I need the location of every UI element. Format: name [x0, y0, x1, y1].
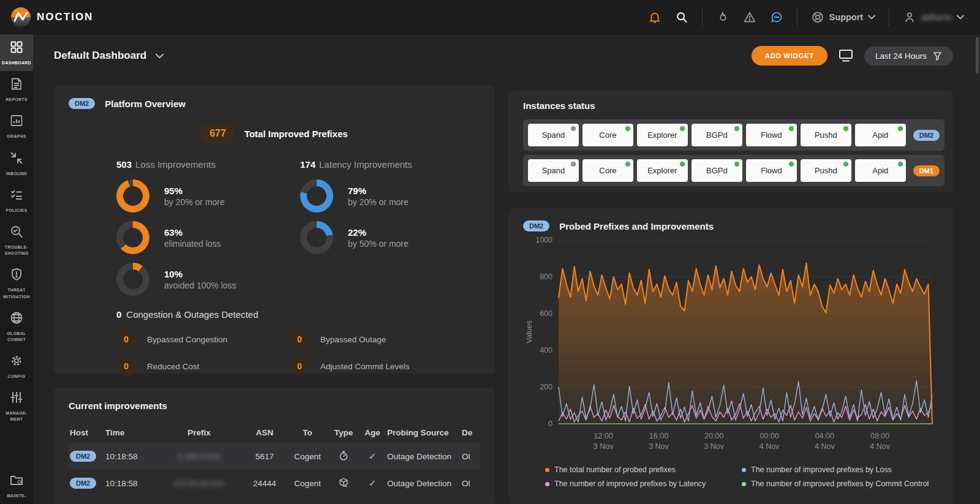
legend-item[interactable]: The number of improved prefixes by Loss	[742, 465, 938, 474]
service-tile-bgpd[interactable]: BGPd	[692, 159, 742, 182]
sidebar-item-mainte[interactable]: MAINTE-	[0, 467, 33, 504]
sidebar-item-label: MANAGE- MENT	[6, 410, 27, 423]
service-tile-spand[interactable]: Spand	[528, 159, 579, 182]
legend-dot	[545, 468, 549, 472]
x-tick-label: 16:003 Nov	[649, 432, 669, 451]
status-dot-green	[680, 126, 685, 131]
service-name: Explorer	[647, 130, 677, 140]
sidebar-item-trouble-shooting[interactable]: TROUBLE- SHOOTING	[0, 219, 33, 261]
donut-label: by 20% or more	[164, 197, 225, 207]
service-tile-core[interactable]: Core	[582, 159, 633, 182]
donut-percent: 10%	[164, 269, 236, 279]
stopwatch-icon	[328, 450, 359, 463]
donut-label: by 20% or more	[348, 197, 409, 207]
user-menu[interactable]: ashurov	[903, 10, 964, 24]
grid-icon	[9, 40, 24, 57]
noction-dashboard-page: NOCTION	[0, 0, 980, 504]
sidebar-item-reports[interactable]: REPORTS	[0, 71, 33, 108]
sidebar: DASHBOARDREPORTSGRAPHSINBOUNDPOLICIESTRO…	[0, 34, 33, 504]
probed-prefixes-title: Probed Prefixes and Improvements	[559, 221, 714, 231]
improvement-stat: 174Latency Improvements	[300, 159, 484, 170]
chevron-down-icon	[155, 53, 164, 59]
legend-label: The number of improved prefixes by Laten…	[554, 480, 706, 488]
service-tile-bgpd[interactable]: BGPd	[692, 124, 742, 146]
donut-percent: 63%	[164, 227, 221, 238]
donut-percent: 22%	[348, 227, 409, 238]
cell-asn: 5617	[243, 452, 287, 461]
donut-label: avoided 100% loss	[164, 280, 236, 290]
sidebar-item-threat-mitigation[interactable]: THREAT MITIGATION	[0, 261, 33, 304]
legend-item[interactable]: The number of improved prefixes by Commi…	[742, 480, 938, 488]
brand[interactable]: NOCTION	[0, 7, 93, 27]
probed-prefixes-chart: 02004006008001000Values12:003 Nov16:003 …	[523, 231, 938, 462]
service-tile-pushd[interactable]: Pushd	[801, 159, 851, 182]
legend-item[interactable]: The total number of probed prefixes	[545, 465, 742, 474]
donut-ring	[300, 221, 333, 254]
sidebar-item-inbound[interactable]: INBOUND	[0, 145, 33, 182]
area-fill	[559, 263, 932, 424]
cell-to: Cogent	[287, 452, 328, 461]
table-header-row: HostTimePrefixASNToTypeAgeProbing Source…	[69, 422, 480, 443]
flame-icon[interactable]	[716, 10, 729, 24]
sidebar-item-manage-ment[interactable]: MANAGE- MENT	[0, 385, 33, 427]
column-header-probing-source: Probing Source	[386, 428, 461, 437]
column-header-time: Time	[104, 428, 156, 437]
page-scrollbar[interactable]	[976, 37, 979, 73]
bar-chart-icon	[9, 113, 24, 130]
dashboard-selector[interactable]: Default Dashboard	[54, 50, 164, 62]
topbar-actions: Support ashurov	[635, 0, 980, 34]
status-dot-gray	[571, 162, 576, 167]
total-improved-label: Total Improved Prefixes	[244, 129, 348, 139]
service-tile-flowd[interactable]: Flowd	[746, 124, 797, 146]
sidebar-item-dashboard[interactable]: DASHBOARD	[0, 34, 33, 71]
service-tile-apid[interactable]: Apid	[855, 124, 906, 146]
dm2-badge: DM2	[913, 130, 940, 141]
sidebar-item-config[interactable]: CONFIG	[0, 348, 33, 385]
cell-asn: 24444	[243, 479, 287, 488]
sidebar-item-graphs[interactable]: GRAPHS	[0, 108, 33, 145]
service-name: Pushd	[815, 130, 837, 140]
sidebar-item-policies[interactable]: POLICIES	[0, 182, 33, 219]
improvements-column: 174Latency Improvements 79% by 20% or mo…	[300, 159, 484, 296]
donut-ring	[116, 179, 149, 213]
add-widget-button[interactable]: ADD WIDGET	[752, 46, 827, 66]
service-tile-explorer[interactable]: Explorer	[637, 159, 688, 182]
y-tick-label: 200	[540, 383, 552, 391]
status-dot-green	[625, 162, 630, 167]
search-icon[interactable]	[675, 10, 688, 24]
topbar: NOCTION	[0, 0, 980, 34]
column-header-de: De	[461, 428, 479, 437]
sidebar-item-label: DASHBOARD	[2, 60, 31, 66]
current-improvements-card: Current improvements HostTimePrefixASNTo…	[54, 388, 495, 504]
congestion-stats-grid: 0Bypassed Congestion0Bypassed Outage0Red…	[116, 329, 480, 376]
sidebar-spacer	[0, 428, 33, 467]
status-dot-green	[843, 162, 848, 167]
warning-icon[interactable]	[743, 10, 756, 24]
service-tile-core[interactable]: Core	[582, 124, 633, 146]
service-tile-flowd[interactable]: Flowd	[746, 159, 797, 182]
legend-item[interactable]: The number of improved prefixes by Laten…	[545, 480, 742, 488]
service-tile-explorer[interactable]: Explorer	[637, 124, 688, 146]
table-row[interactable]: DM210:18:585.185.0.0/165617Cogent✓Outage…	[69, 443, 480, 470]
user-icon	[903, 10, 916, 24]
donut-stat: 95% by 20% or more	[116, 179, 300, 213]
chevron-down-icon	[868, 15, 875, 20]
checklist-icon	[9, 187, 24, 205]
column-header-age: Age	[359, 428, 386, 437]
table-row[interactable]: DM210:18:58223.99.46.0/2424444Cogent✓Out…	[69, 470, 480, 497]
service-tile-pushd[interactable]: Pushd	[801, 124, 851, 146]
bell-icon[interactable]	[648, 10, 662, 24]
folder-gear-icon	[9, 473, 24, 490]
support-menu[interactable]: Support	[811, 10, 876, 24]
monitor-icon[interactable]	[839, 49, 853, 62]
sidebar-item-global-commit[interactable]: GLOBAL COMMIT	[0, 305, 33, 348]
service-tile-apid[interactable]: Apid	[855, 159, 906, 182]
dm1-badge: DM1	[913, 165, 940, 176]
y-tick-label: 400	[540, 346, 552, 355]
congestion-label: Congestion & Outages Detected	[126, 309, 258, 320]
sidebar-item-label: CONFIG	[8, 374, 26, 380]
time-range-filter[interactable]: Last 24 Hours	[864, 47, 953, 66]
service-tile-spand[interactable]: Spand	[528, 124, 579, 146]
inbound-arrows-icon	[9, 151, 24, 168]
chat-icon[interactable]	[770, 10, 783, 24]
